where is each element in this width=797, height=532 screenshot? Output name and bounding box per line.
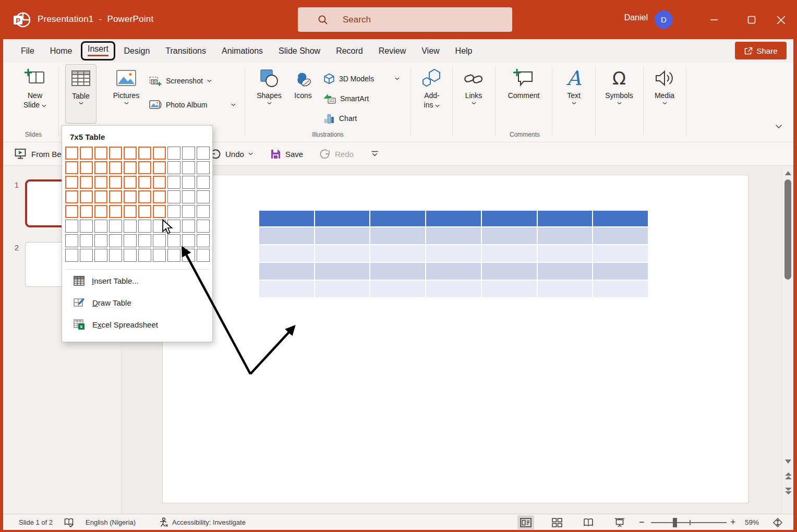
grid-cell-2x4[interactable] [80, 190, 93, 203]
scroll-down-icon[interactable] [784, 458, 792, 465]
grid-cell-5x6[interactable] [124, 220, 137, 233]
tab-record[interactable]: Record [336, 46, 363, 56]
pictures-button[interactable]: Pictures [109, 66, 143, 105]
comment-button[interactable]: Comment [504, 66, 544, 100]
grid-cell-3x3[interactable] [94, 176, 107, 189]
links-button[interactable]: Links [460, 66, 487, 105]
tab-insert[interactable]: Insert [81, 41, 115, 61]
grid-cell-9x7[interactable] [182, 234, 195, 247]
grid-cell-4x8[interactable] [109, 249, 122, 262]
grid-cell-8x8[interactable] [167, 249, 180, 262]
grid-cell-6x6[interactable] [138, 220, 151, 233]
fit-slide-to-window-icon[interactable] [773, 514, 782, 530]
grid-cell-7x4[interactable] [153, 190, 166, 203]
grid-cell-7x6[interactable] [153, 220, 166, 233]
grid-cell-5x2[interactable] [124, 161, 137, 174]
new-slide-button[interactable]: New Slide [13, 66, 57, 110]
grid-cell-3x4[interactable] [94, 190, 107, 203]
grid-cell-7x3[interactable] [153, 176, 166, 189]
grid-cell-8x6[interactable] [167, 220, 180, 233]
3d-models-button[interactable]: 3D Models [323, 72, 400, 86]
menu-item-insert-table[interactable]: Insert Table... [62, 270, 212, 292]
grid-cell-7x1[interactable] [153, 147, 166, 160]
grid-cell-5x3[interactable] [124, 176, 137, 189]
minimize-button[interactable] [702, 11, 726, 28]
grid-cell-1x2[interactable] [65, 161, 78, 174]
grid-cell-8x3[interactable] [167, 176, 180, 189]
text-button[interactable]: A Text [560, 66, 587, 105]
slide-canvas[interactable] [162, 175, 748, 503]
grid-cell-9x5[interactable] [182, 205, 195, 218]
tab-animations[interactable]: Animations [222, 46, 263, 56]
grid-cell-10x1[interactable] [197, 147, 210, 160]
zoom-level[interactable]: 59% [745, 514, 759, 530]
zoom-slider-track[interactable] [651, 522, 727, 523]
grid-cell-8x1[interactable] [167, 147, 180, 160]
grid-cell-1x4[interactable] [65, 190, 78, 203]
quick-access-overflow-button[interactable] [371, 142, 379, 165]
grid-cell-5x1[interactable] [124, 147, 137, 160]
grid-cell-1x5[interactable] [65, 205, 78, 218]
tab-home[interactable]: Home [50, 46, 73, 56]
tab-view[interactable]: View [421, 46, 439, 56]
grid-cell-8x4[interactable] [167, 190, 180, 203]
scrollbar-thumb[interactable] [784, 179, 791, 280]
grid-cell-7x7[interactable] [153, 234, 166, 247]
grid-cell-3x8[interactable] [94, 249, 107, 262]
table-size-grid[interactable] [65, 147, 210, 262]
grid-cell-9x8[interactable] [182, 249, 195, 262]
grid-cell-10x7[interactable] [197, 234, 210, 247]
screenshot-button[interactable]: Screenshot [149, 74, 212, 88]
zoom-slider-handle[interactable] [673, 518, 677, 527]
grid-cell-2x5[interactable] [80, 205, 93, 218]
grid-cell-10x6[interactable] [197, 220, 210, 233]
grid-cell-6x5[interactable] [138, 205, 151, 218]
grid-cell-4x1[interactable] [109, 147, 122, 160]
grid-cell-2x3[interactable] [80, 176, 93, 189]
grid-cell-4x6[interactable] [109, 220, 122, 233]
avatar[interactable]: D [655, 10, 673, 29]
normal-view-button[interactable] [517, 515, 534, 529]
grid-cell-7x2[interactable] [153, 161, 166, 174]
tab-file[interactable]: File [21, 46, 34, 56]
grid-cell-10x3[interactable] [197, 176, 210, 189]
search-input[interactable]: Search [298, 7, 512, 32]
table-button[interactable]: Table [65, 64, 96, 124]
menu-item-excel-spreadsheet[interactable]: x Excel Spreadsheet [62, 313, 212, 335]
grid-cell-9x2[interactable] [182, 161, 195, 174]
grid-cell-9x3[interactable] [182, 176, 195, 189]
grid-cell-7x8[interactable] [153, 249, 166, 262]
grid-cell-6x8[interactable] [138, 249, 151, 262]
menu-item-draw-table[interactable]: Draw Table [62, 292, 212, 313]
grid-cell-6x2[interactable] [138, 161, 151, 174]
reading-view-button[interactable] [580, 515, 597, 529]
grid-cell-3x5[interactable] [94, 205, 107, 218]
grid-cell-6x4[interactable] [138, 190, 151, 203]
tab-design[interactable]: Design [124, 46, 150, 56]
tab-review[interactable]: Review [379, 46, 406, 56]
collapse-ribbon-icon[interactable] [775, 124, 782, 129]
redo-button[interactable]: Redo [319, 142, 354, 165]
scroll-up-icon[interactable] [784, 170, 792, 177]
grid-cell-6x3[interactable] [138, 176, 151, 189]
grid-cell-10x8[interactable] [197, 249, 210, 262]
grid-cell-3x2[interactable] [94, 161, 107, 174]
grid-cell-1x3[interactable] [65, 176, 78, 189]
grid-cell-2x6[interactable] [80, 220, 93, 233]
grid-cell-9x1[interactable] [182, 147, 195, 160]
grid-cell-4x3[interactable] [109, 176, 122, 189]
grid-cell-10x2[interactable] [197, 161, 210, 174]
slide-sorter-view-button[interactable] [549, 515, 565, 529]
grid-cell-4x5[interactable] [109, 205, 122, 218]
grid-cell-4x4[interactable] [109, 190, 122, 203]
grid-cell-2x8[interactable] [80, 249, 93, 262]
grid-cell-1x1[interactable] [65, 147, 78, 160]
grid-cell-5x7[interactable] [124, 234, 137, 247]
grid-cell-10x4[interactable] [197, 190, 210, 203]
share-button[interactable]: Share [735, 42, 787, 59]
media-button[interactable]: Media [650, 66, 679, 105]
grid-cell-7x5[interactable] [153, 205, 166, 218]
grid-cell-3x6[interactable] [94, 220, 107, 233]
tab-transitions[interactable]: Transitions [165, 46, 206, 56]
grid-cell-6x1[interactable] [138, 147, 151, 160]
